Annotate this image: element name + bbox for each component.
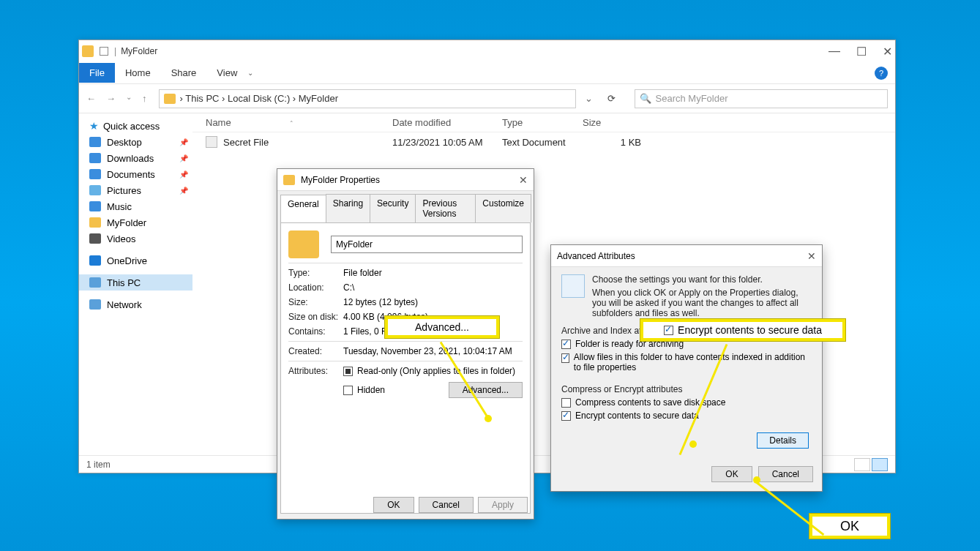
qat-icon[interactable] [100, 47, 108, 56]
tab-general[interactable]: General [280, 195, 326, 223]
pointer-end [689, 441, 697, 448]
nav-history-icon[interactable]: ⌄ [126, 93, 132, 104]
sidebar-quick-access[interactable]: ★ Quick access [79, 118, 192, 134]
adv-titlebar[interactable]: Advanced Attributes ✕ [551, 245, 822, 267]
index-checkbox[interactable]: Allow files in this folder to have conte… [561, 352, 812, 372]
cancel-button[interactable]: Cancel [758, 466, 813, 482]
tab-previous[interactable]: Previous Versions [415, 194, 476, 222]
window-title: MyFolder [121, 46, 157, 56]
hidden-checkbox[interactable]: Hidden [343, 385, 385, 395]
music-icon [89, 201, 101, 211]
ok-button[interactable]: OK [711, 466, 752, 482]
file-row[interactable]: Secret File 11/23/2021 10:05 AM Text Doc… [192, 132, 895, 151]
pin-icon: 📌 [179, 170, 188, 179]
search-input[interactable]: 🔍 Search MyFolder [635, 89, 889, 108]
properties-dialog: MyFolder Properties ✕ General Sharing Se… [277, 168, 534, 520]
folder-icon [164, 94, 176, 104]
star-icon: ★ [89, 120, 99, 132]
cancel-button[interactable]: Cancel [419, 497, 474, 513]
tab-home[interactable]: Home [115, 63, 161, 83]
readonly-checkbox[interactable]: Read-only (Only applies to files in fold… [343, 366, 523, 376]
details-button[interactable]: Details [757, 432, 809, 449]
folder-icon [89, 217, 101, 228]
network-icon [89, 299, 101, 310]
folder-icon [288, 230, 319, 258]
sidebar-item-pictures[interactable]: Pictures📌 [79, 182, 192, 198]
ribbon: File Home Share View ⌄ ? [79, 62, 895, 84]
callout-encrypt: Encrypt contents to secure data [640, 319, 845, 341]
tab-sharing[interactable]: Sharing [326, 194, 370, 222]
tab-view[interactable]: View [206, 63, 247, 83]
address-bar: ← → ⌄ ↑ › This PC › Local Disk (C:) › My… [79, 84, 895, 113]
downloads-icon [89, 153, 101, 163]
folder-icon [82, 45, 94, 57]
explorer-titlebar[interactable]: | MyFolder — ☐ ✕ [79, 40, 895, 62]
videos-icon [89, 233, 101, 244]
compress-checkbox[interactable]: Compress contents to save disk space [561, 397, 812, 408]
close-icon[interactable]: ✕ [807, 250, 816, 262]
text-file-icon [206, 136, 217, 148]
folder-name-input[interactable]: MyFolder [331, 236, 523, 253]
sort-indicator-icon: ˄ [290, 120, 293, 127]
pictures-icon [89, 185, 101, 195]
sidebar-item-documents[interactable]: Documents📌 [79, 166, 192, 182]
compress-section-label: Compress or Encrypt attributes [561, 384, 812, 394]
tab-file[interactable]: File [79, 63, 115, 83]
sidebar-item-downloads[interactable]: Downloads📌 [79, 150, 192, 166]
checkbox-icon [561, 340, 571, 349]
advanced-attributes-dialog: Advanced Attributes ✕ Choose the setting… [550, 244, 823, 492]
status-text: 1 item [86, 460, 111, 470]
checkbox-icon [561, 398, 571, 408]
checkbox-icon [664, 326, 673, 335]
ribbon-collapse-icon[interactable]: ⌄ [247, 69, 253, 77]
nav-pane: ★ Quick access Desktop📌 Downloads📌 Docum… [79, 113, 192, 465]
checkbox-icon [343, 386, 353, 395]
nav-up-icon[interactable]: ↑ [142, 93, 147, 104]
callout-advanced: Advanced... [385, 316, 499, 338]
tab-share[interactable]: Share [161, 63, 207, 83]
pc-icon [89, 277, 101, 288]
sidebar-this-pc[interactable]: This PC [79, 274, 192, 291]
folder-icon [283, 175, 295, 185]
info-icon [561, 274, 585, 298]
sidebar-item-music[interactable]: Music [79, 198, 192, 214]
close-button[interactable]: ✕ [883, 45, 892, 59]
apply-button[interactable]: Apply [478, 497, 528, 513]
tab-customize[interactable]: Customize [475, 194, 531, 222]
pointer-end [485, 415, 492, 422]
tab-security[interactable]: Security [370, 194, 416, 222]
properties-tabs: General Sharing Security Previous Versio… [277, 191, 534, 222]
general-tab-page: MyFolder Type:File folder Location:C:\ S… [280, 222, 531, 514]
sidebar-item-videos[interactable]: Videos [79, 230, 192, 247]
desktop-icon [89, 137, 101, 147]
column-headers[interactable]: Name˄ Date modified Type Size [192, 113, 895, 132]
maximize-button[interactable]: ☐ [856, 45, 867, 59]
ok-button[interactable]: OK [373, 497, 414, 513]
documents-icon [89, 169, 101, 179]
nav-forward-icon[interactable]: → [106, 93, 116, 104]
pointer-end [753, 476, 760, 484]
sidebar-onedrive[interactable]: OneDrive [79, 252, 192, 269]
breadcrumb-dropdown-icon[interactable]: ⌄ [580, 93, 597, 104]
checkbox-icon [561, 411, 571, 421]
encrypt-checkbox[interactable]: Encrypt contents to secure data [561, 411, 812, 421]
close-icon[interactable]: ✕ [519, 174, 528, 186]
sidebar-item-myfolder[interactable]: MyFolder [79, 214, 192, 230]
pin-icon: 📌 [179, 154, 188, 162]
cloud-icon [89, 255, 101, 266]
breadcrumb[interactable]: › This PC › Local Disk (C:) › MyFolder [159, 89, 576, 108]
help-icon[interactable]: ? [875, 67, 888, 80]
pin-icon: 📌 [179, 138, 188, 146]
nav-back-icon[interactable]: ← [86, 93, 96, 104]
checkbox-icon [561, 353, 569, 363]
minimize-button[interactable]: — [828, 45, 840, 59]
sidebar-item-desktop[interactable]: Desktop📌 [79, 134, 192, 150]
pin-icon: 📌 [179, 187, 188, 195]
search-icon: 🔍 [640, 93, 651, 104]
properties-titlebar[interactable]: MyFolder Properties ✕ [277, 169, 534, 191]
view-details-button[interactable] [872, 458, 888, 471]
view-thumbnail-button[interactable] [854, 458, 870, 471]
advanced-button[interactable]: Advanced... [449, 382, 523, 398]
refresh-icon[interactable]: ⟳ [602, 93, 621, 104]
sidebar-network[interactable]: Network [79, 296, 192, 312]
